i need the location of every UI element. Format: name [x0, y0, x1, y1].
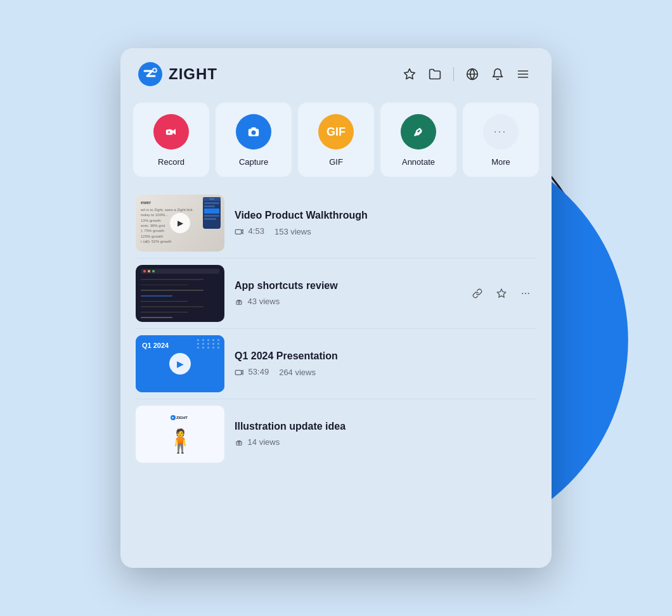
- annotate-button[interactable]: Annotate: [380, 103, 456, 177]
- logo-area: ZIGHT: [138, 62, 217, 86]
- header-icons: [399, 63, 534, 85]
- svg-rect-19: [235, 229, 241, 234]
- annotate-label: Annotate: [402, 157, 435, 167]
- media-info-4: Illustration update idea 14 views: [235, 421, 536, 447]
- views-3: 264 views: [279, 368, 316, 377]
- record-icon-circle: [153, 114, 189, 150]
- more-button-2[interactable]: [516, 284, 535, 303]
- media-info-1: Video Product Walkthrough 4:53 153 views: [235, 210, 536, 236]
- phone-mock: [203, 197, 221, 229]
- media-meta-1: 4:53 153 views: [235, 226, 536, 236]
- media-title-4: Illustration update idea: [235, 421, 536, 432]
- media-item-2[interactable]: App shortcuts review 43 views: [131, 259, 541, 328]
- bell-button[interactable]: [487, 63, 508, 85]
- header: ZIGHT: [120, 48, 552, 96]
- item-actions-2: [468, 284, 535, 303]
- media-item-4[interactable]: ZIGHT 🧍 Illustration update idea: [131, 399, 541, 469]
- media-info-3: Q1 2024 Presentation 53:49 264 views: [235, 350, 536, 377]
- media-meta-3: 53:49 264 views: [235, 367, 536, 377]
- annotate-icon-circle: [401, 114, 436, 150]
- more-label: More: [491, 157, 510, 167]
- capture-icon-meta-4: 14 views: [235, 437, 280, 447]
- svg-point-17: [411, 124, 425, 139]
- capture-label: Capture: [239, 157, 268, 167]
- more-icon-circle: ···: [483, 114, 519, 150]
- app-title: ZIGHT: [169, 65, 217, 83]
- svg-point-12: [168, 131, 171, 134]
- media-title-3: Q1 2024 Presentation: [235, 350, 536, 362]
- menu-button[interactable]: [512, 63, 534, 85]
- content-list: ewer ed in to Zight, sees a Zight link. …: [120, 186, 552, 568]
- thumbnail-2: [136, 265, 224, 322]
- star-button-2[interactable]: [492, 284, 511, 303]
- header-divider: [453, 67, 454, 81]
- svg-marker-2: [404, 69, 415, 79]
- gif-label: GIF: [329, 157, 343, 167]
- globe-button[interactable]: [462, 63, 483, 85]
- svg-point-24: [525, 293, 526, 294]
- thumbnail-4: ZIGHT 🧍: [136, 406, 224, 463]
- zight-logo-icon: [138, 62, 162, 86]
- media-item[interactable]: ewer ed in to Zight, sees a Zight link. …: [131, 188, 541, 258]
- capture-icon-circle: [236, 114, 271, 150]
- gif-icon-circle: GIF: [318, 114, 354, 150]
- svg-rect-26: [235, 370, 241, 375]
- gif-button[interactable]: GIF GIF: [298, 103, 374, 177]
- capture-icon-meta-2: 43 views: [235, 297, 280, 307]
- video-icon-3: 53:49: [235, 367, 269, 377]
- app-window: ZIGHT: [120, 48, 552, 568]
- views-1: 153 views: [275, 227, 311, 236]
- star-button[interactable]: [399, 63, 420, 85]
- play-icon-3: ▶: [169, 353, 191, 375]
- media-title-1: Video Product Walkthrough: [235, 210, 536, 221]
- capture-button[interactable]: Capture: [216, 103, 292, 177]
- play-icon: ▶: [170, 213, 190, 233]
- actions-row: Record Capture GIF GIF: [120, 96, 552, 186]
- svg-rect-16: [252, 127, 256, 130]
- svg-text:ZIGHT: ZIGHT: [176, 416, 188, 420]
- svg-point-15: [252, 131, 256, 135]
- link-button-2[interactable]: [468, 284, 487, 303]
- folder-button[interactable]: [424, 63, 446, 85]
- media-item-3[interactable]: Q1 2024 ▶ Q1 2024 Presentation: [131, 329, 541, 399]
- media-meta-4: 14 views: [235, 437, 536, 447]
- more-button[interactable]: ··· More: [463, 103, 539, 177]
- video-icon-1: 4:53: [235, 226, 264, 236]
- thumbnail-3: Q1 2024 ▶: [136, 335, 224, 392]
- svg-marker-22: [497, 289, 505, 297]
- svg-point-23: [522, 293, 523, 294]
- svg-point-21: [238, 302, 240, 304]
- record-button[interactable]: Record: [133, 103, 209, 177]
- svg-point-25: [528, 293, 529, 294]
- svg-point-30: [238, 442, 240, 444]
- thumbnail-1: ewer ed in to Zight, sees a Zight link. …: [136, 195, 224, 252]
- record-label: Record: [158, 157, 184, 167]
